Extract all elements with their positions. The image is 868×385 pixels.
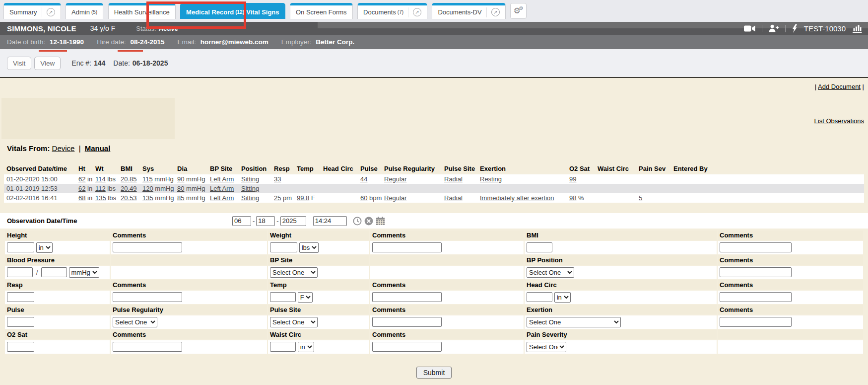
vital-value-link[interactable]: 135 <box>95 194 106 202</box>
bp-comments-input[interactable] <box>720 267 792 277</box>
bp-site-select[interactable]: Select One <box>270 267 318 278</box>
pulse-regularity-select[interactable]: Select One <box>113 317 157 327</box>
weight-input[interactable] <box>270 242 297 252</box>
bp-systolic-input[interactable] <box>7 267 33 277</box>
vitals-cell: 112 lbs <box>93 184 118 193</box>
tab-documents-dv[interactable]: Documents-DV ↗ <box>432 3 505 19</box>
device-link[interactable]: Device <box>52 144 75 153</box>
vitals-chart-icon[interactable] <box>852 24 862 33</box>
bp-unit-select[interactable]: mmHg <box>69 267 99 278</box>
bmi-comments-input[interactable] <box>720 242 792 252</box>
head-circ-unit-select[interactable]: in <box>554 292 571 303</box>
add-document-link[interactable]: Add Document <box>818 83 861 90</box>
waist-circ-input[interactable] <box>270 342 296 352</box>
observation-year-input[interactable] <box>280 216 306 226</box>
vital-value-link[interactable]: 99.8 <box>297 194 309 202</box>
vital-value-link[interactable]: 60 <box>360 194 367 202</box>
height-input[interactable] <box>7 242 34 252</box>
vital-value-link[interactable]: Radial <box>444 194 463 202</box>
list-observations-link[interactable]: List Observations <box>814 117 864 125</box>
height-unit-select[interactable]: in <box>36 242 53 253</box>
head-circ-input[interactable] <box>527 292 552 302</box>
waist-circ-unit-select[interactable]: in <box>298 342 314 352</box>
vital-value-link[interactable]: 115 <box>142 175 153 183</box>
pulse-site-select[interactable]: Select One <box>270 317 318 327</box>
tab-settings-button[interactable]: ⚙ ⚙ <box>510 3 527 19</box>
view-button[interactable]: View <box>34 57 61 70</box>
vital-value-link[interactable]: 112 <box>95 185 106 192</box>
vital-value-link[interactable]: Sitting <box>241 185 259 192</box>
vital-value-link[interactable]: 20.49 <box>121 185 137 192</box>
vital-value-link[interactable]: 135 <box>142 194 153 202</box>
visit-button[interactable]: Visit <box>7 57 31 70</box>
observation-month-input[interactable] <box>232 216 251 226</box>
vital-value-link[interactable]: 20.85 <box>121 175 137 183</box>
vital-value-link[interactable]: Sitting <box>241 194 259 202</box>
popout-icon[interactable]: ↗ <box>47 8 55 16</box>
vital-value-link[interactable]: Regular <box>384 175 407 183</box>
observation-day-input[interactable] <box>256 216 275 226</box>
resp-input[interactable] <box>7 292 34 302</box>
vital-value-link[interactable]: Left Arm <box>210 185 234 192</box>
pulse-comments-input[interactable] <box>372 317 442 327</box>
vital-value-link[interactable]: 90 <box>177 175 184 183</box>
resp-comments-input[interactable] <box>113 292 182 302</box>
vital-value-link[interactable]: 44 <box>360 175 367 183</box>
waist-circ-comments-input[interactable] <box>372 342 442 352</box>
temp-comments-input[interactable] <box>372 292 442 302</box>
temp-input[interactable] <box>270 292 296 302</box>
vital-value-link[interactable]: 80 <box>177 185 184 192</box>
weight-unit-select[interactable]: lbs <box>299 242 319 253</box>
tab-medical-record-vital-signs[interactable]: Medical Record (12) :Vital Signs <box>180 3 285 19</box>
observation-time-input[interactable] <box>313 216 347 226</box>
vital-value-link[interactable]: 99 <box>569 175 576 183</box>
submit-button[interactable]: Submit <box>416 367 452 379</box>
vital-value-link[interactable]: 5 <box>639 194 642 202</box>
vital-value-link[interactable]: 85 <box>177 194 184 202</box>
vital-value-link[interactable]: Left Arm <box>210 175 234 183</box>
vital-value-link[interactable]: Regular <box>384 194 407 202</box>
tab-on-screen-forms[interactable]: On Screen Forms <box>290 3 353 19</box>
vital-value-link[interactable]: 33 <box>274 175 281 183</box>
tab-documents[interactable]: Documents (7) ↗ <box>357 3 427 19</box>
vital-value-link[interactable]: 114 <box>95 175 106 183</box>
o2-sat-comments-input[interactable] <box>113 342 182 352</box>
patient-age-sex: 34 y/o F <box>90 24 116 32</box>
tab-admin[interactable]: Admin (5) <box>66 3 103 19</box>
vital-value-link[interactable]: 68 <box>78 194 85 202</box>
popout-icon[interactable]: ↗ <box>491 8 500 16</box>
height-comments-input[interactable] <box>113 242 182 252</box>
bp-position-select[interactable]: Select One <box>527 267 574 278</box>
vital-value-link[interactable]: 25 <box>274 194 281 202</box>
vital-value-link[interactable]: Left Arm <box>210 194 234 202</box>
lightning-bolt-icon[interactable] <box>792 24 798 33</box>
add-person-icon[interactable] <box>769 24 779 32</box>
tab-summary[interactable]: Summary ↗ <box>3 3 61 19</box>
popout-icon[interactable]: ↗ <box>413 8 421 16</box>
tab-health-surveillance[interactable]: Health Surveillance <box>108 3 176 19</box>
vital-value-link[interactable]: Radial <box>444 175 463 183</box>
pain-severity-select[interactable]: Select One <box>527 342 566 352</box>
video-camera-icon[interactable] <box>744 25 755 32</box>
clear-date-icon[interactable] <box>364 217 373 226</box>
bmi-input[interactable] <box>527 242 552 252</box>
clock-icon[interactable] <box>353 217 362 226</box>
exertion-select[interactable]: Select One <box>527 317 621 327</box>
o2-sat-input[interactable] <box>7 342 34 352</box>
vital-value-link[interactable]: 20.53 <box>121 194 137 202</box>
weight-comments-input[interactable] <box>372 242 442 252</box>
calendar-icon[interactable] <box>376 217 385 226</box>
manual-link[interactable]: Manual <box>85 144 111 153</box>
temp-unit-select[interactable]: F <box>298 292 313 303</box>
vital-value-link[interactable]: 98 <box>569 194 576 202</box>
vital-value-link[interactable]: Sitting <box>241 175 259 183</box>
bp-diastolic-input[interactable] <box>41 267 67 277</box>
exertion-comments-input[interactable] <box>720 317 792 327</box>
vital-value-link[interactable]: 120 <box>142 185 153 192</box>
vital-value-link[interactable]: 62 <box>78 175 85 183</box>
vital-value-link[interactable]: Resting <box>480 175 502 183</box>
vital-value-link[interactable]: 62 <box>78 185 85 192</box>
pulse-input[interactable] <box>7 317 34 327</box>
head-circ-comments-input[interactable] <box>720 292 792 302</box>
vital-value-link[interactable]: Immediately after exertion <box>480 194 554 202</box>
